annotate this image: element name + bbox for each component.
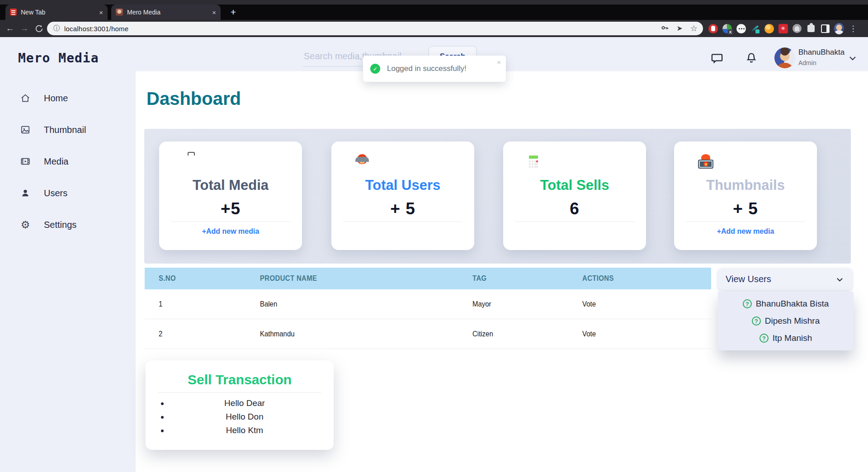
browser-menu-icon[interactable]: ⋮ — [848, 24, 858, 33]
list-item: Hello Ktm — [169, 424, 320, 437]
card-title: Total Users — [331, 177, 474, 194]
table-row: 1 Balen Mayor Vote — [145, 289, 711, 319]
back-icon[interactable]: ← — [4, 20, 16, 37]
sidebar-item-home[interactable]: Home — [0, 88, 136, 108]
page-title: Dashboard — [146, 89, 241, 109]
card-title: Total Sells — [503, 177, 646, 194]
list-item: Hello Don — [169, 410, 320, 424]
stats-panel: Total Media +5 +Add new media Total User… — [144, 129, 851, 264]
briefcase-icon — [174, 154, 191, 171]
view-users-select[interactable]: View Users — [718, 268, 852, 290]
card-total-media: Total Media +5 +Add new media — [159, 142, 302, 250]
card-divider — [686, 222, 805, 222]
cell-action: Vote — [582, 300, 596, 309]
side-panel-icon[interactable] — [820, 24, 830, 33]
cell-product-name: Kathmandu — [260, 330, 295, 339]
key-icon[interactable] — [661, 24, 669, 33]
dots-extension-icon[interactable] — [736, 24, 746, 33]
cell-sno: 2 — [159, 330, 162, 339]
sidebar-item-media[interactable]: Media — [0, 151, 136, 171]
add-new-media-link[interactable]: +Add new media — [159, 227, 302, 236]
card-total-users: Total Users + 5 — [331, 142, 474, 250]
toast-message: Logged in successfully! — [387, 64, 467, 73]
cell-product-name: Balen — [260, 300, 277, 309]
home-icon — [20, 93, 31, 104]
cell-tag: Mayor — [472, 300, 491, 309]
sidebar-item-thumbnail[interactable]: Thumbnail — [0, 120, 136, 140]
site-info-icon[interactable]: ⓘ — [53, 24, 60, 33]
idm-extension-icon[interactable] — [722, 24, 732, 33]
cell-action: Vote — [582, 330, 596, 339]
forward-icon[interactable]: → — [18, 20, 31, 37]
new-tab-button[interactable]: + — [227, 6, 240, 19]
extensions-area: ✳ ⋮ — [708, 20, 858, 37]
tab-close-icon[interactable]: × — [99, 9, 103, 16]
list-item: Hello Dear — [169, 396, 320, 410]
bell-icon[interactable] — [745, 52, 758, 66]
column-header: PRODUCT NAME — [260, 274, 317, 283]
orange-extension-icon[interactable] — [764, 24, 774, 33]
chevron-down-icon — [836, 274, 843, 284]
address-bar[interactable]: ⓘ localhost:3001/home ➤ ☆ — [47, 22, 703, 35]
mero-media-favicon — [116, 9, 123, 16]
sidebar-item-users[interactable]: Users — [0, 183, 136, 203]
tab-new-tab[interactable]: New Tab × — [5, 5, 108, 20]
image-icon — [20, 124, 31, 135]
table-header-row: S.NO PRODUCT NAME TAG ACTIONS — [145, 268, 711, 289]
success-check-icon: ✓ — [370, 64, 380, 74]
card-value: 6 — [503, 199, 646, 218]
add-new-media-link[interactable]: +Add new media — [674, 227, 817, 236]
sidebar-item-settings[interactable]: ⚙ Settings — [0, 215, 136, 235]
bug-extension-icon[interactable]: ✳ — [778, 24, 788, 33]
puzzle-extensions-icon[interactable] — [806, 24, 816, 33]
view-users-dropdown: ? BhanuBhakta Bista ? Dipesh Mishra ? It… — [718, 292, 854, 350]
column-header: S.NO — [159, 274, 176, 283]
card-title: Total Media — [159, 177, 302, 194]
user-avatar[interactable] — [774, 47, 795, 68]
ghost-extension-icon[interactable] — [792, 24, 802, 33]
person-icon — [20, 188, 31, 198]
user-list-item[interactable]: ? Dipesh Mishra — [752, 316, 820, 326]
card-value: + 5 — [674, 199, 817, 218]
reload-icon[interactable] — [33, 20, 45, 37]
user-name: BhanuBhakta — [798, 48, 844, 57]
user-role: Admin — [798, 59, 816, 66]
tab-strip: New Tab × Mero Media × + — [0, 5, 868, 20]
send-icon[interactable]: ➤ — [676, 25, 682, 32]
app-logo: Mero Media — [18, 51, 99, 66]
sell-divider — [158, 392, 321, 393]
woman-icon — [346, 154, 363, 171]
sidebar-item-label: Thumbnail — [44, 125, 86, 135]
toast-notification: ✓ Logged in successfully! × — [363, 56, 506, 82]
user-list-name: Itp Manish — [773, 333, 812, 343]
gear-icon: ⚙ — [20, 219, 31, 230]
table-row: 2 Kathmandu Citizen Vote — [145, 319, 711, 349]
user-list-item[interactable]: ? Itp Manish — [760, 333, 812, 343]
sidebar-item-label: Home — [44, 93, 68, 104]
bookmark-star-icon[interactable]: ☆ — [690, 24, 698, 33]
sidebar-item-label: Users — [44, 188, 67, 198]
user-list-name: Dipesh Mishra — [765, 316, 820, 326]
chat-icon[interactable] — [711, 52, 723, 66]
view-users-label: View Users — [726, 274, 771, 284]
column-header: ACTIONS — [582, 274, 614, 283]
tab-mero-media[interactable]: Mero Media × — [111, 5, 221, 20]
new-tab-favicon — [10, 9, 17, 16]
browser-profile-avatar[interactable] — [834, 24, 844, 33]
adblock-extension-icon[interactable] — [708, 24, 718, 33]
tab-close-icon[interactable]: × — [212, 9, 216, 16]
products-table: S.NO PRODUCT NAME TAG ACTIONS 1 Balen Ma… — [145, 268, 711, 349]
toast-close-icon[interactable]: × — [497, 59, 501, 66]
sell-transaction-list: Hello Dear Hello Don Hello Ktm — [169, 396, 320, 437]
card-value: +5 — [159, 199, 302, 218]
card-divider — [343, 222, 462, 222]
card-title: Thumbnails — [674, 177, 817, 194]
user-menu-chevron-icon[interactable] — [849, 55, 856, 63]
user-list-item[interactable]: ? BhanuBhakta Bista — [743, 299, 829, 309]
card-divider — [171, 222, 290, 222]
picker-pen-extension-icon[interactable] — [750, 24, 760, 33]
url-text: localhost:3001/home — [64, 25, 128, 33]
selfie-icon — [689, 154, 706, 171]
card-total-sells: Total Sells 6 — [503, 142, 646, 250]
card-value: + 5 — [331, 199, 474, 218]
